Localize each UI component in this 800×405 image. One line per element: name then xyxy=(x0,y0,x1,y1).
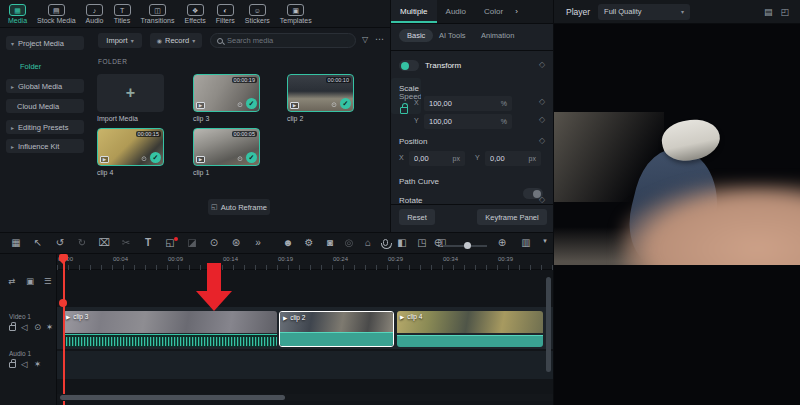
quality-dropdown[interactable]: Full Quality ▾ xyxy=(598,4,690,20)
preview-panel-icon[interactable]: ◰ xyxy=(780,7,789,17)
scale-x-input[interactable] xyxy=(429,99,475,108)
timeline-clip-2-selected[interactable]: ▶ clip 2 xyxy=(279,311,394,347)
track-menu-icon[interactable]: ☰ xyxy=(44,276,52,286)
lock-icon[interactable] xyxy=(9,325,16,331)
playhead-line[interactable] xyxy=(63,254,65,405)
record-disc-icon[interactable]: ◎ xyxy=(341,237,357,248)
delete-icon[interactable]: ⌧ xyxy=(96,237,112,248)
playhead-handle[interactable] xyxy=(59,254,68,260)
position-y-field[interactable]: px xyxy=(485,151,541,166)
mute-icon[interactable]: ◁ xyxy=(21,322,28,332)
sidebar-item-influence-kit[interactable]: ▸ Influence Kit xyxy=(6,139,84,153)
keyframe-diamond-icon[interactable]: ◇ xyxy=(539,97,545,106)
keyframe-track-icon[interactable]: ▣ xyxy=(26,276,34,286)
keyframe-panel-button[interactable]: Keyframe Panel xyxy=(477,209,547,225)
position-x-input[interactable] xyxy=(414,154,444,163)
media-view-icon[interactable]: ▦ xyxy=(8,237,24,248)
transitions-icon: ◫ xyxy=(149,4,166,16)
sidebar-item-global-media[interactable]: ▸ Global Media xyxy=(6,79,84,93)
track-height-icon[interactable]: ▥ xyxy=(518,237,534,248)
tab-transitions[interactable]: ◫ Transitions xyxy=(137,3,179,25)
subtab-animation[interactable]: Animation xyxy=(481,31,514,40)
mute-icon[interactable]: ◁ xyxy=(21,359,28,369)
search-input[interactable] xyxy=(227,36,337,45)
eye-icon[interactable]: ⊙ xyxy=(34,322,41,332)
tab-audio[interactable]: ♪ Audio xyxy=(82,3,108,25)
scale-y-input[interactable] xyxy=(429,117,475,126)
media-thumbnail-clip2[interactable]: 00:00:10 ▶ ⊙ ✓ xyxy=(287,74,354,112)
filter-icon[interactable]: ▽ xyxy=(362,35,368,44)
export-frame-icon[interactable]: ◳ xyxy=(414,237,430,248)
timeline-zoom-handle[interactable] xyxy=(464,242,471,249)
keyframe-diamond-icon[interactable]: ◇ xyxy=(539,195,545,204)
media-thumbnail-clip3[interactable]: 00:00:19 ▶ ⊙ ✓ xyxy=(193,74,260,112)
position-y-input[interactable] xyxy=(490,154,520,163)
zoom-in-icon[interactable]: ⊕ xyxy=(494,237,510,248)
select-tool-icon[interactable]: ↖ xyxy=(30,237,46,248)
tab-templates[interactable]: ▣ Templates xyxy=(276,3,316,25)
redo-icon[interactable]: ↻ xyxy=(74,237,90,248)
effects-gear-icon[interactable]: ⚙ xyxy=(301,237,317,248)
shield-mask-icon[interactable]: ⌂ xyxy=(360,237,376,248)
reset-button[interactable]: Reset xyxy=(399,209,435,225)
lock-icon[interactable] xyxy=(9,362,16,368)
tab-stock-media[interactable]: ▤ Stock Media xyxy=(33,3,80,25)
stickers-icon: ☺ xyxy=(249,4,266,16)
transform-toggle[interactable] xyxy=(399,60,419,71)
timeline-clip-4[interactable]: ▶ clip 4 xyxy=(397,311,543,347)
sidebar-item-folder[interactable]: Folder xyxy=(20,62,41,71)
audio-track-lane[interactable] xyxy=(57,351,553,379)
duration-badge: 00:00:19 xyxy=(232,77,257,83)
tab-scroll-right-icon[interactable]: › xyxy=(512,0,521,23)
camcorder-icon[interactable]: ◙ xyxy=(322,237,338,248)
subtab-ai-tools[interactable]: AI Tools xyxy=(439,31,466,40)
more-options-icon[interactable]: ⋯ xyxy=(375,34,384,44)
speed-ramp-icon[interactable]: ⊙ xyxy=(206,237,222,248)
film-roll-icon[interactable]: ▤ xyxy=(764,7,773,17)
voice-avatar-icon[interactable]: ☻ xyxy=(280,237,296,248)
magic-wand-icon[interactable]: ✶ xyxy=(34,359,41,369)
vertical-scrollbar[interactable] xyxy=(546,277,551,372)
mask-icon[interactable]: ◪ xyxy=(184,237,200,248)
scale-y-field[interactable]: % xyxy=(424,114,512,129)
tab-audio-props[interactable]: Audio xyxy=(437,0,475,23)
sidebar-item-project-media[interactable]: ▾ Project Media xyxy=(6,36,84,50)
media-thumbnail-clip4[interactable]: 00:00:15 ▶ ⊙ ✓ xyxy=(97,128,164,166)
chevron-down-icon[interactable]: ▾ xyxy=(537,237,553,245)
text-tool-icon[interactable]: T xyxy=(140,237,156,248)
horizontal-scrollbar[interactable] xyxy=(60,395,285,400)
undo-icon[interactable]: ↺ xyxy=(52,237,68,248)
tab-color[interactable]: Color xyxy=(475,0,512,23)
render-preview-icon[interactable]: ⊛ xyxy=(228,237,244,248)
timeline-clip-3[interactable]: ▶ clip 3 xyxy=(63,311,277,347)
tab-titles[interactable]: T Titles xyxy=(110,3,135,25)
import-media-tile[interactable]: + xyxy=(97,74,164,112)
tab-multiple[interactable]: Multiple xyxy=(391,0,437,23)
media-thumbnail-clip1[interactable]: 00:00:05 ▶ ⊙ ✓ xyxy=(193,128,260,166)
split-icon[interactable]: ✂ xyxy=(118,237,134,248)
microphone-icon[interactable] xyxy=(383,239,388,246)
scale-lock-icon[interactable] xyxy=(400,107,408,114)
more-tools-icon[interactable]: » xyxy=(250,237,266,248)
timeline-ruler[interactable]: 00:00 00:04 00:09 00:14 00:19 00:24 00:2… xyxy=(57,254,553,270)
screen-record-icon[interactable]: ◧ xyxy=(394,237,410,248)
search-box[interactable] xyxy=(210,33,356,48)
tab-media[interactable]: ▦ Media xyxy=(4,3,31,25)
keyframe-diamond-icon[interactable]: ◇ xyxy=(539,115,545,124)
auto-reframe-button[interactable]: ◱ Auto Reframe xyxy=(208,199,270,215)
scale-x-field[interactable]: % xyxy=(424,96,512,111)
tab-effects[interactable]: ❖ Effects xyxy=(181,3,210,25)
subtab-basic[interactable]: Basic xyxy=(399,29,433,42)
notification-dot xyxy=(174,237,178,241)
record-button[interactable]: ◉ Record ▾ xyxy=(150,33,202,48)
sidebar-item-cloud-media[interactable]: Cloud Media xyxy=(6,99,84,113)
sidebar-item-editing-presets[interactable]: ▸ Editing Presets xyxy=(6,120,84,134)
track-link-icon[interactable]: ⇄ xyxy=(8,276,15,286)
tab-filters[interactable]: ◐ Filters xyxy=(212,3,239,25)
keyframe-diamond-icon[interactable]: ◇ xyxy=(539,60,545,69)
magic-wand-icon[interactable]: ✶ xyxy=(46,322,53,332)
tab-stickers[interactable]: ☺ Stickers xyxy=(241,3,274,25)
keyframe-diamond-icon[interactable]: ◇ xyxy=(539,136,545,145)
position-x-field[interactable]: px xyxy=(409,151,465,166)
import-button[interactable]: Import ▾ xyxy=(98,33,142,48)
